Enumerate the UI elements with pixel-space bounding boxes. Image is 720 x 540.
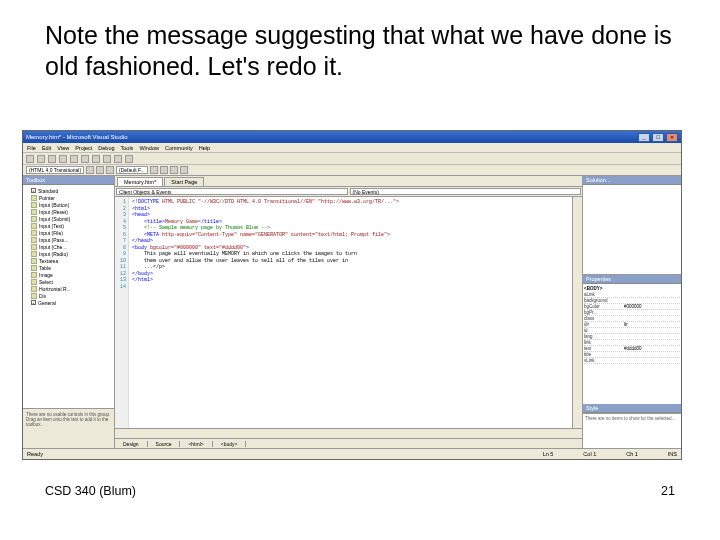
list-icon[interactable] xyxy=(180,166,188,174)
toolbar-html: (HTML 4.0 Transitional) (Default F... xyxy=(23,165,681,176)
toolbox-item[interactable]: Div xyxy=(25,292,112,299)
italic-icon[interactable] xyxy=(96,166,104,174)
status-col: Col 1 xyxy=(583,451,596,457)
status-ready: Ready xyxy=(27,451,543,457)
menu-edit[interactable]: Edit xyxy=(42,145,51,151)
close-button[interactable]: × xyxy=(666,133,678,142)
toolbox-item[interactable]: Input (Button) xyxy=(25,201,112,208)
toolbox-item[interactable]: Input (Reset) xyxy=(25,208,112,215)
properties-title: Properties xyxy=(583,275,681,284)
underline-icon[interactable] xyxy=(106,166,114,174)
font-selector[interactable]: (Default F... xyxy=(116,166,148,174)
align-left-icon[interactable] xyxy=(150,166,158,174)
scrollbar-horizontal[interactable] xyxy=(115,428,582,438)
status-line: Ln 5 xyxy=(543,451,554,457)
slide-footer-left: CSD 340 (Blum) xyxy=(45,484,136,498)
paste-icon[interactable] xyxy=(81,155,89,163)
menu-window[interactable]: Window xyxy=(139,145,159,151)
slide-title: Note the message suggesting that what we… xyxy=(0,0,720,93)
status-ch: Ch 1 xyxy=(626,451,638,457)
editor-footer: Design Source <html> <body> xyxy=(115,438,582,448)
menubar: File Edit View Project Debug Tools Windo… xyxy=(23,143,681,153)
menu-debug[interactable]: Debug xyxy=(98,145,114,151)
cut-icon[interactable] xyxy=(59,155,67,163)
toolbox-item[interactable]: Input (Pass... xyxy=(25,236,112,243)
toolbox-item[interactable]: Textarea xyxy=(25,257,112,264)
menu-view[interactable]: View xyxy=(57,145,69,151)
toolbox-item[interactable]: Input (Text) xyxy=(25,222,112,229)
toolbox-item[interactable]: Input (File) xyxy=(25,229,112,236)
code-area[interactable]: <!DOCTYPE HTML PUBLIC "-//W3C//DTD HTML … xyxy=(129,197,572,428)
doctype-selector[interactable]: (HTML 4.0 Transitional) xyxy=(26,166,84,174)
styles-panel: There are no items to show for the selec… xyxy=(583,413,681,448)
menu-tools[interactable]: Tools xyxy=(121,145,134,151)
view-source[interactable]: Source xyxy=(148,441,181,447)
path-body[interactable]: <body> xyxy=(213,441,247,447)
toolbox-panel: Toolbox +Standard Pointer Input (Button)… xyxy=(23,176,115,448)
run-icon[interactable] xyxy=(114,155,122,163)
solution-explorer[interactable] xyxy=(583,185,681,275)
toolbar-main xyxy=(23,153,681,165)
tab-startpage[interactable]: Start Page xyxy=(164,177,204,186)
tab-memory[interactable]: Memory.htm* xyxy=(117,177,163,186)
properties-grid[interactable]: <BODY> aLinkbackgroundbgColor#000000bgPr… xyxy=(583,284,681,404)
events-dropdown[interactable]: (No Events) xyxy=(350,188,582,195)
toolbox-item[interactable]: Table xyxy=(25,264,112,271)
document-tabs: Memory.htm* Start Page xyxy=(115,176,582,187)
line-gutter: 1234567891011121314 xyxy=(115,197,129,428)
maximize-button[interactable]: □ xyxy=(652,133,664,142)
toolbox-item[interactable]: Input (Submit) xyxy=(25,215,112,222)
menu-community[interactable]: Community xyxy=(165,145,193,151)
scrollbar-vertical[interactable] xyxy=(572,197,582,428)
toolbox-footer: There are no usable controls in this gro… xyxy=(23,408,114,448)
toolbox-title: Toolbox xyxy=(23,176,114,185)
new-icon[interactable] xyxy=(26,155,34,163)
window-title: Memory.htm* - Microsoft Visual Studio xyxy=(26,134,638,140)
save-icon[interactable] xyxy=(48,155,56,163)
copy-icon[interactable] xyxy=(70,155,78,163)
styles-title: Style xyxy=(583,404,681,413)
menu-file[interactable]: File xyxy=(27,145,36,151)
toolbox-item[interactable]: Select xyxy=(25,278,112,285)
toolbox-item[interactable]: Horizontal R... xyxy=(25,285,112,292)
ide-window: Memory.htm* - Microsoft Visual Studio _ … xyxy=(22,130,682,460)
minimize-button[interactable]: _ xyxy=(638,133,650,142)
status-ins: INS xyxy=(668,451,677,457)
menu-help[interactable]: Help xyxy=(199,145,210,151)
undo-icon[interactable] xyxy=(92,155,100,163)
open-icon[interactable] xyxy=(37,155,45,163)
redo-icon[interactable] xyxy=(103,155,111,163)
toolbox-item[interactable]: Image xyxy=(25,271,112,278)
toolbox-item[interactable]: Pointer xyxy=(25,194,112,201)
path-html[interactable]: <html> xyxy=(180,441,212,447)
statusbar: Ready Ln 5 Col 1 Ch 1 INS xyxy=(23,448,681,459)
toolbox-item[interactable]: Input (Che... xyxy=(25,243,112,250)
toolbox-group[interactable]: +General xyxy=(25,299,112,306)
code-editor[interactable]: 1234567891011121314 <!DOCTYPE HTML PUBLI… xyxy=(115,197,582,428)
toolbox-item[interactable]: Input (Radio) xyxy=(25,250,112,257)
menu-project[interactable]: Project xyxy=(75,145,92,151)
slide-page-number: 21 xyxy=(661,484,675,498)
solution-explorer-title: Solution... xyxy=(583,176,681,185)
titlebar: Memory.htm* - Microsoft Visual Studio _ … xyxy=(23,131,681,143)
client-objects-dropdown[interactable]: Client Objects & Events xyxy=(116,188,348,195)
find-icon[interactable] xyxy=(125,155,133,163)
align-center-icon[interactable] xyxy=(160,166,168,174)
toolbox-group[interactable]: +Standard xyxy=(25,187,112,194)
bold-icon[interactable] xyxy=(86,166,94,174)
view-design[interactable]: Design xyxy=(115,441,148,447)
properties-context: <BODY> xyxy=(584,285,680,292)
align-right-icon[interactable] xyxy=(170,166,178,174)
